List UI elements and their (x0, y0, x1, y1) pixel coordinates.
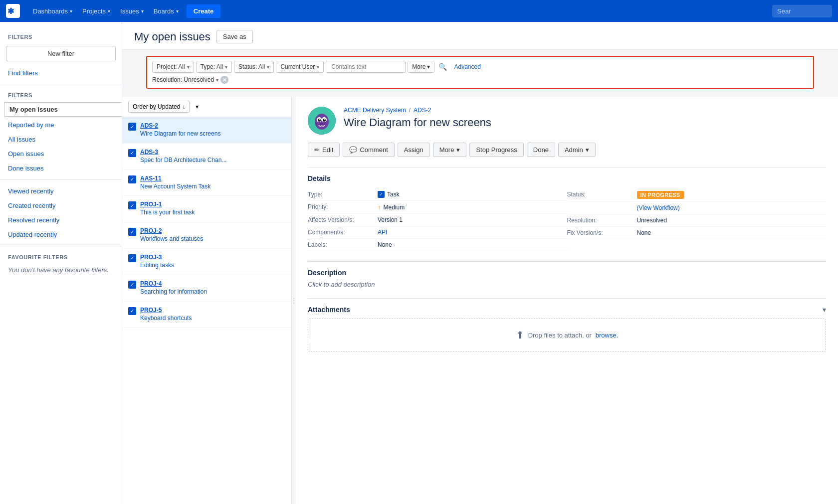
upload-icon: ⬆ (516, 329, 524, 341)
resize-handle[interactable]: ⋮ (292, 97, 296, 504)
issue-key-aas11[interactable]: AAS-11 (140, 175, 210, 182)
jira-logo[interactable]: ✱ (6, 4, 20, 18)
detail-labels-row: Labels: None (308, 239, 567, 251)
projects-caret-icon: ▾ (108, 8, 110, 14)
page-header: My open issues Save as (122, 22, 838, 50)
detail-resolution-row: Resolution: Unresolved (567, 214, 827, 227)
component-label: Component/s: (308, 229, 378, 236)
issue-checkbox-proj5: ✓ (128, 307, 136, 315)
sidebar-section-filters-2: FILTERS (0, 88, 122, 101)
description-title: Description (308, 269, 826, 277)
issue-content-proj4: PROJ-4 Searching for information (140, 280, 207, 296)
priority-value: ↑ Medium (378, 203, 405, 211)
type-filter[interactable]: Type: All ▾ (196, 61, 232, 73)
resolution-caret-icon[interactable]: ▾ (216, 77, 218, 83)
status-filter[interactable]: Status: All ▾ (234, 61, 274, 73)
svg-point-7 (323, 119, 326, 122)
svg-text:✱: ✱ (7, 7, 14, 15)
sidebar-item-my-open-issues[interactable]: My open issues (4, 102, 122, 117)
issue-list-header: Order by Updated ↓ ▾ (122, 97, 291, 117)
current-user-filter[interactable]: Current User ▾ (276, 61, 324, 73)
sidebar-item-viewed-recently[interactable]: Viewed recently (0, 184, 122, 198)
issue-key-ads2[interactable]: ADS-2 (140, 122, 220, 129)
breadcrumb-project-link[interactable]: ACME Delivery System (344, 107, 406, 114)
issue-item-proj4[interactable]: ✓ PROJ-4 Searching for information (122, 275, 291, 302)
attachments-title: Attachments (308, 306, 350, 314)
resolution-clear-button[interactable]: ✕ (220, 76, 228, 84)
type-label: Type: (308, 191, 378, 198)
nav-projects[interactable]: Projects ▾ (77, 0, 115, 22)
save-as-button[interactable]: Save as (216, 30, 253, 43)
nav-boards[interactable]: Boards ▾ (149, 0, 184, 22)
contains-text-input[interactable] (326, 61, 406, 73)
sidebar-section-favourite: FAVOURITE FILTERS (0, 250, 122, 263)
issue-detail-header: ACME Delivery System / ADS-2 Wire Diagra… (308, 107, 826, 135)
issue-checkbox-proj4: ✓ (128, 281, 136, 289)
detail-component-row: Component/s: API (308, 226, 567, 239)
issue-list-scroll[interactable]: ✓ ADS-2 Wire Diagram for new screens ✓ A… (122, 117, 291, 504)
issue-item-ads3[interactable]: ✓ ADS-3 Spec for DB Architecture Chan... (122, 144, 291, 170)
sidebar-item-reported-by-me[interactable]: Reported by me (0, 118, 122, 132)
issue-summary-proj4: Searching for information (140, 288, 207, 296)
attachments-dropzone[interactable]: ⬆ Drop files to attach, or browse. (308, 319, 826, 351)
filter-search-button[interactable]: 🔍 (436, 61, 449, 73)
browse-link[interactable]: browse. (596, 332, 619, 339)
more-caret-icon: ▾ (427, 63, 430, 70)
issue-key-proj2[interactable]: PROJ-2 (140, 227, 204, 234)
nav-issues[interactable]: Issues ▾ (115, 0, 149, 22)
sidebar-item-updated-recently[interactable]: Updated recently (0, 227, 122, 242)
issue-item-proj5[interactable]: ✓ PROJ-5 Keyboard shortcuts (122, 302, 291, 328)
done-button[interactable]: Done (527, 143, 555, 157)
sidebar-item-created-recently[interactable]: Created recently (0, 198, 122, 213)
issue-item-proj1[interactable]: ✓ PROJ-1 This is your first task (122, 196, 291, 222)
sidebar-item-open-issues[interactable]: Open issues (0, 147, 122, 161)
search-input[interactable] (772, 5, 832, 17)
issue-item-proj2[interactable]: ✓ PROJ-2 Workflows and statuses (122, 222, 291, 249)
issue-key-proj1[interactable]: PROJ-1 (140, 201, 195, 208)
assign-button[interactable]: Assign (398, 143, 430, 157)
issue-checkbox-ads2: ✓ (128, 123, 136, 131)
current-user-caret-icon: ▾ (317, 64, 319, 70)
issue-key-ads3[interactable]: ADS-3 (140, 149, 226, 156)
admin-button[interactable]: Admin ▾ (558, 143, 596, 157)
advanced-link[interactable]: Advanced (451, 61, 483, 72)
order-dropdown-icon: ▾ (196, 103, 199, 110)
resolution-filter: Resolution: Unresolved ▾ ✕ (152, 76, 228, 84)
new-filter-button[interactable]: New filter (6, 46, 116, 61)
issue-item-ads2[interactable]: ✓ ADS-2 Wire Diagram for new screens (122, 117, 291, 144)
edit-button[interactable]: ✏ Edit (308, 143, 340, 157)
admin-caret-icon: ▾ (586, 146, 589, 154)
description-placeholder[interactable]: Click to add description (308, 281, 826, 288)
top-navigation: ✱ Dashboards ▾ Projects ▾ Issues ▾ Board… (0, 0, 838, 22)
sidebar-item-done-issues[interactable]: Done issues (0, 161, 122, 175)
issue-content-ads3: ADS-3 Spec for DB Architecture Chan... (140, 149, 226, 165)
order-options-button[interactable]: ▾ (193, 101, 202, 112)
more-filter-button[interactable]: More ▾ (408, 61, 434, 73)
stop-progress-button[interactable]: Stop Progress (469, 143, 523, 157)
attachments-toggle-button[interactable]: ▾ (823, 306, 826, 314)
issue-item-aas11[interactable]: ✓ AAS-11 New Account System Task (122, 170, 291, 196)
issue-content-proj5: PROJ-5 Keyboard shortcuts (140, 307, 192, 323)
more-actions-button[interactable]: More ▾ (433, 143, 467, 157)
sidebar-item-all-issues[interactable]: All issues (0, 132, 122, 147)
project-filter[interactable]: Project: All ▾ (152, 61, 194, 73)
attachments-section: Attachments ▾ ⬆ Drop files to attach, or… (308, 298, 826, 351)
create-button[interactable]: Create (187, 4, 220, 18)
svg-point-8 (319, 119, 320, 120)
comment-button[interactable]: 💬 Comment (343, 143, 394, 157)
issue-key-proj3[interactable]: PROJ-3 (140, 254, 174, 261)
issue-item-proj3[interactable]: ✓ PROJ-3 Editing tasks (122, 249, 291, 275)
issue-key-proj5[interactable]: PROJ-5 (140, 307, 192, 314)
sidebar-item-resolved-recently[interactable]: Resolved recently (0, 213, 122, 227)
details-section: Details Type: ✓ Task (308, 167, 826, 251)
nav-dashboards[interactable]: Dashboards ▾ (28, 0, 77, 22)
view-workflow-link[interactable]: (View Workflow) (637, 204, 680, 211)
issue-key-proj4[interactable]: PROJ-4 (140, 280, 207, 287)
resolution-label: Resolution: (567, 217, 637, 224)
component-value[interactable]: API (378, 229, 387, 236)
find-filters-link[interactable]: Find filters (0, 66, 122, 80)
order-by-button[interactable]: Order by Updated ↓ (128, 101, 190, 113)
breadcrumb-issue-link[interactable]: ADS-2 (414, 107, 431, 114)
breadcrumb: ACME Delivery System / ADS-2 (344, 107, 491, 114)
issue-content-proj2: PROJ-2 Workflows and statuses (140, 227, 204, 243)
